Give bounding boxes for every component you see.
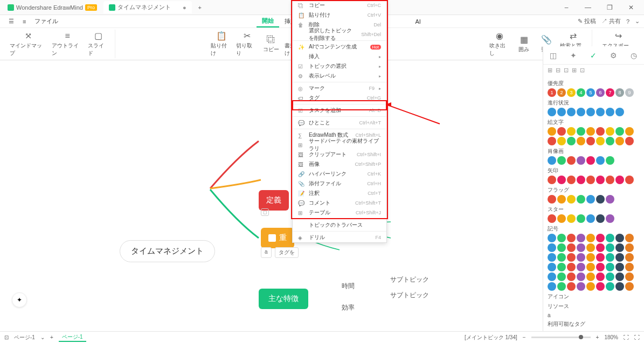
grid-star-0[interactable] [548, 214, 556, 223]
grid-symbol-7[interactable] [615, 234, 624, 242]
close-button[interactable]: ✕ [620, 0, 642, 15]
grid-priority-7[interactable]: 8 [615, 88, 624, 97]
grid-symbol-19[interactable] [557, 253, 566, 262]
ctx-AIでコンテンツ生成[interactable]: ✨AIでコンテンツ生成Hot [293, 42, 386, 52]
grid-emoji-2[interactable] [567, 127, 576, 136]
grid-priority-3[interactable]: 4 [577, 88, 585, 97]
add-page-button[interactable]: + [50, 334, 53, 340]
grid-priority-6[interactable]: 7 [606, 88, 614, 97]
grid-symbol-32[interactable] [596, 263, 605, 271]
ctx-マーク[interactable]: ◎マークF9▸ [293, 83, 386, 93]
grid-symbol-21[interactable] [577, 253, 585, 262]
grid-symbol-46[interactable] [557, 282, 566, 291]
grid-symbol-50[interactable] [596, 282, 605, 291]
tab-ai[interactable]: AI [410, 17, 426, 26]
grid-arrow-7[interactable] [615, 176, 624, 184]
chevron-down-icon[interactable]: ⌄ [635, 18, 640, 25]
grid-emoji-9[interactable] [548, 137, 556, 145]
grid-symbol-51[interactable] [606, 282, 614, 291]
grid-flag-6[interactable] [606, 195, 614, 204]
add-tab-button[interactable]: + [193, 2, 207, 13]
grid-symbol-39[interactable] [577, 272, 585, 281]
ctx-表示レベル[interactable]: ⚙表示レベル▸ [293, 71, 386, 81]
grid-arrow-6[interactable] [606, 176, 614, 184]
grid-portrait-4[interactable] [586, 156, 595, 165]
ctx-ひとこと[interactable]: 💬ひとことCtrl+Alt+T [293, 118, 386, 128]
boundary-button[interactable]: ▦囲み [513, 30, 535, 58]
post-button[interactable]: ✎ 投稿 [578, 17, 596, 25]
grid-symbol-8[interactable] [625, 234, 634, 242]
grid-symbol-1[interactable] [557, 234, 566, 242]
grid-emoji-1[interactable] [557, 127, 566, 136]
grid-symbol-44[interactable] [625, 272, 634, 281]
grid-symbol-18[interactable] [548, 253, 556, 262]
grid-symbol-17[interactable] [625, 243, 634, 252]
help-button[interactable]: ? [626, 18, 629, 25]
grid-priority-2[interactable]: 3 [567, 88, 576, 97]
grid-star-6[interactable] [606, 214, 614, 223]
grid-emoji-3[interactable] [577, 127, 585, 136]
grid-flag-1[interactable] [557, 195, 566, 204]
grid-symbol-0[interactable] [548, 234, 556, 242]
ctx-サードパーティの素材ライブラリ[interactable]: ⊞サードパーティの素材ライブラリ [293, 140, 386, 150]
logo-float-button[interactable]: ✦ [12, 292, 27, 307]
grid-portrait-5[interactable] [596, 156, 605, 165]
grid-symbol-6[interactable] [606, 234, 614, 242]
grid-arrow-8[interactable] [625, 176, 634, 184]
grid-portrait-6[interactable] [606, 156, 614, 165]
subtab-1[interactable]: ⊞ [548, 67, 552, 74]
subtab-4[interactable]: ⊞ [572, 67, 577, 74]
grid-star-1[interactable] [557, 214, 566, 223]
copy-button[interactable]: ⿻コピー [260, 30, 282, 58]
grid-progress-3[interactable] [577, 108, 585, 116]
grid-emoji-11[interactable] [567, 137, 576, 145]
grid-symbol-48[interactable] [577, 282, 585, 291]
doc-tab[interactable]: タイムマネジメント ● [103, 1, 192, 13]
page-label[interactable]: ページ-1 [14, 334, 35, 341]
ctx-トピックの選択[interactable]: ☑トピックの選択▸ [293, 61, 386, 71]
mindmap-button[interactable]: ⤧マインドマップ [8, 30, 50, 58]
file-menu[interactable]: ファイル [30, 17, 63, 25]
burger2-button[interactable]: ≡ [18, 18, 30, 25]
grid-symbol-35[interactable] [625, 263, 634, 271]
grid-symbol-2[interactable] [567, 234, 576, 242]
ctx-テーブル[interactable]: ⊞テーブルCtrl+Shift+J [293, 208, 386, 218]
ctx-タグ[interactable]: 🏷タグCtrl+G [293, 93, 386, 103]
grid-star-2[interactable] [567, 214, 576, 223]
grid-symbol-45[interactable] [548, 282, 556, 291]
grid-flag-3[interactable] [577, 195, 585, 204]
callout-button[interactable]: ◉吹き出し [487, 30, 513, 58]
ctx-トピックのトラバース[interactable]: トピックのトラバース [293, 220, 386, 230]
green-node[interactable]: 主な特徴 [259, 289, 308, 309]
sub2-label[interactable]: サブトピック [390, 291, 429, 300]
grid-star-3[interactable] [577, 214, 585, 223]
grid-progress-6[interactable] [606, 108, 614, 116]
grid-emoji-6[interactable] [606, 127, 614, 136]
grid-emoji-16[interactable] [615, 137, 624, 145]
grid-arrow-1[interactable] [557, 176, 566, 184]
zoom-slider[interactable] [531, 337, 591, 338]
fit-icon[interactable]: ⛶ [624, 334, 629, 340]
grid-symbol-22[interactable] [586, 253, 595, 262]
subtab-5[interactable]: ⊡ [580, 67, 585, 74]
subtab-3[interactable]: ⊡ [564, 67, 569, 74]
grid-portrait-2[interactable] [567, 156, 576, 165]
grid-priority-4[interactable]: 5 [586, 88, 595, 97]
ctx-添付ファイル[interactable]: 📎添付ファイルCtrl+H [293, 179, 386, 188]
grid-star-5[interactable] [596, 214, 605, 223]
grid-portrait-1[interactable] [557, 156, 566, 165]
rp-tab-style[interactable]: ◫ [547, 51, 560, 60]
grid-symbol-10[interactable] [557, 243, 566, 252]
maximize-button[interactable]: ❐ [599, 0, 620, 15]
red-node[interactable]: 定義 [259, 190, 289, 211]
grid-flag-0[interactable] [548, 195, 556, 204]
grid-priority-5[interactable]: 6 [596, 88, 605, 97]
grid-symbol-16[interactable] [615, 243, 624, 252]
ctx-画像[interactable]: 🖼画像Ctrl+Shift+P [293, 159, 386, 169]
canvas[interactable]: タイムマネジメント 定義 ◻ 重 a タグを 主な特徴 時間 効率 サブトピック… [0, 60, 543, 331]
grid-priority-0[interactable]: 1 [548, 88, 556, 97]
grid-symbol-28[interactable] [557, 263, 566, 271]
ctx-ドリル[interactable]: ◈ドリルF4 [293, 233, 386, 242]
grid-emoji-8[interactable] [625, 127, 634, 136]
rp-tab-spark[interactable]: ✦ [567, 51, 580, 60]
